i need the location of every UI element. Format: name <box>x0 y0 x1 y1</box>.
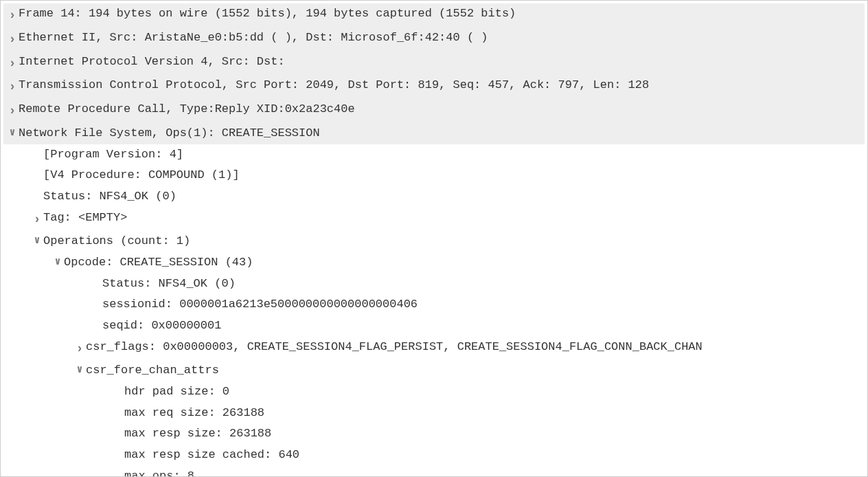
caret-icon[interactable] <box>6 101 19 121</box>
caret-icon[interactable] <box>31 233 43 249</box>
tree-row-operations[interactable]: Operations (count: 1) <box>3 231 865 252</box>
row-text: Ethernet II, Src: AristaNe_e0:b5:dd ( ),… <box>19 30 488 47</box>
tree-row-program-version[interactable]: [Program Version: 4] <box>3 144 865 166</box>
tree-row-ethernet[interactable]: Ethernet II, Src: AristaNe_e0:b5:dd ( ),… <box>3 27 865 52</box>
caret-icon[interactable] <box>6 5 19 25</box>
row-text: [Program Version: 4] <box>43 146 183 164</box>
tree-row-op-status[interactable]: Status: NFS4_OK (0) <box>3 274 865 295</box>
tree-row-rpc[interactable]: Remote Procedure Call, Type:Reply XID:0x… <box>3 99 865 123</box>
caret-icon[interactable] <box>73 362 86 379</box>
caret-icon[interactable] <box>52 254 64 271</box>
row-text: Status: NFS4_OK (0) <box>43 188 176 206</box>
tree-row-hdr-pad[interactable]: hdr pad size: 0 <box>3 381 865 403</box>
row-text: csr_fore_chan_attrs <box>86 362 219 379</box>
tree-row-max-resp-size-cached[interactable]: max resp size cached: 640 <box>3 445 865 466</box>
caret-icon[interactable] <box>6 54 19 74</box>
caret-icon[interactable] <box>31 210 43 230</box>
tree-row-csr-flags[interactable]: csr_flags: 0x00000003, CREATE_SESSION4_F… <box>3 337 865 361</box>
tree-row-opcode[interactable]: Opcode: CREATE_SESSION (43) <box>3 252 865 274</box>
row-text: sessionid: 0000001a6213e5000000000000000… <box>102 296 418 313</box>
tree-row-status[interactable]: Status: NFS4_OK (0) <box>3 186 865 208</box>
tree-row-nfs[interactable]: Network File System, Ops(1): CREATE_SESS… <box>3 123 865 144</box>
row-text: csr_flags: 0x00000003, CREATE_SESSION4_F… <box>86 339 703 356</box>
tree-row-v4-procedure[interactable]: [V4 Procedure: COMPOUND (1)] <box>3 165 865 186</box>
tree-row-sessionid[interactable]: sessionid: 0000001a6213e5000000000000000… <box>3 294 865 315</box>
tree-row-tcp[interactable]: Transmission Control Protocol, Src Port:… <box>3 75 865 99</box>
row-text: Tag: <EMPTY> <box>43 210 127 227</box>
row-text: Network File System, Ops(1): CREATE_SESS… <box>19 125 320 142</box>
tree-row-ip[interactable]: Internet Protocol Version 4, Src: Dst: <box>3 52 865 76</box>
tree-row-tag[interactable]: Tag: <EMPTY> <box>3 208 865 232</box>
row-text: Opcode: CREATE_SESSION (43) <box>64 254 253 271</box>
row-text: max req size: 263188 <box>124 405 264 422</box>
tree-row-max-resp-size[interactable]: max resp size: 263188 <box>3 423 865 445</box>
caret-icon[interactable] <box>6 77 19 97</box>
row-text: Operations (count: 1) <box>43 233 190 250</box>
caret-icon[interactable] <box>6 125 19 142</box>
tree-row-frame[interactable]: Frame 14: 194 bytes on wire (1552 bits),… <box>3 3 865 27</box>
row-text: max resp size: 263188 <box>124 425 271 443</box>
tree-row-max-req-size[interactable]: max req size: 263188 <box>3 403 865 424</box>
row-text: Transmission Control Protocol, Src Port:… <box>19 77 649 94</box>
row-text: Internet Protocol Version 4, Src: Dst: <box>19 54 285 71</box>
row-text: hdr pad size: 0 <box>124 384 229 401</box>
row-text: [V4 Procedure: COMPOUND (1)] <box>43 167 240 184</box>
row-text: max ops: 8 <box>124 468 194 477</box>
row-text: max resp size cached: 640 <box>124 447 299 464</box>
tree-row-max-ops[interactable]: max ops: 8 <box>3 466 865 477</box>
tree-row-seqid[interactable]: seqid: 0x00000001 <box>3 315 865 337</box>
row-text: seqid: 0x00000001 <box>102 318 221 335</box>
caret-icon[interactable] <box>73 339 86 359</box>
row-text: Status: NFS4_OK (0) <box>102 276 236 293</box>
tree-row-csr-fore-chan[interactable]: csr_fore_chan_attrs <box>3 360 865 381</box>
row-text: Remote Procedure Call, Type:Reply XID:0x… <box>19 101 355 118</box>
caret-icon[interactable] <box>6 30 19 49</box>
row-text: Frame 14: 194 bytes on wire (1552 bits),… <box>19 5 516 23</box>
